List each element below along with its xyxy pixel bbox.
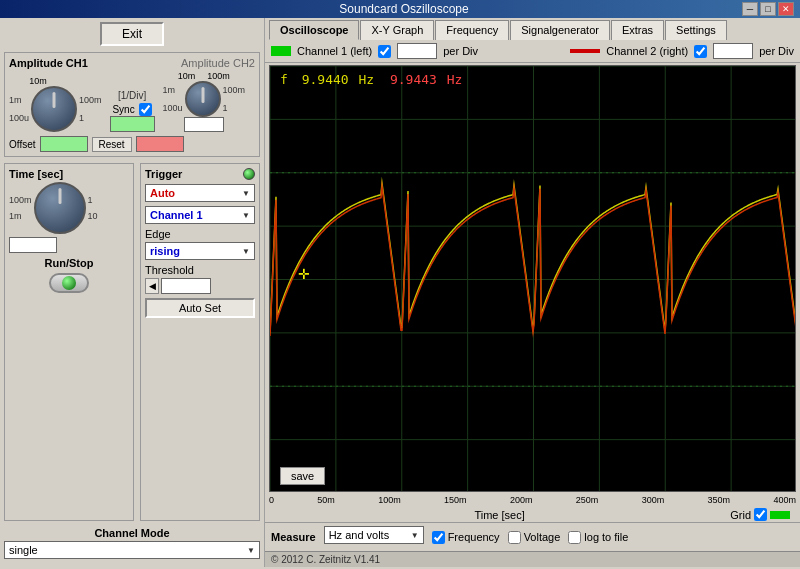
- ch2-checkbox[interactable]: [694, 45, 707, 58]
- freq-f-label: f: [280, 72, 288, 87]
- save-button[interactable]: save: [280, 467, 325, 485]
- ch2-color-indicator: [570, 49, 600, 53]
- auto-set-button[interactable]: Auto Set: [145, 298, 255, 318]
- ch2-knob-top-right: 100m: [207, 71, 230, 81]
- voltage-check-label: Voltage: [524, 531, 561, 543]
- ch1-label: Channel 1 (left): [297, 45, 372, 57]
- time-label-row: Time [sec] Grid: [265, 508, 800, 522]
- ch1-knob-top-left: 10m: [29, 76, 47, 86]
- freq-hz2: Hz: [447, 72, 463, 87]
- ch2-amplitude-label: Amplitude CH2: [181, 57, 255, 69]
- measure-bar: Measure Hz and volts ▼ Frequency Voltage…: [265, 522, 800, 551]
- app-title: Soundcard Oszilloscope: [66, 2, 742, 16]
- log-checkbox[interactable]: [568, 531, 581, 544]
- grid-checkbox[interactable]: [754, 508, 767, 521]
- tab-oscilloscope[interactable]: Oscilloscope: [269, 20, 359, 40]
- ch1-amplitude-knob[interactable]: [31, 86, 77, 132]
- ch2-knob-left: 1m 100u: [163, 85, 183, 113]
- sync-label: Sync: [112, 104, 134, 115]
- time-knob-labels-left: 100m 1m: [9, 195, 32, 221]
- reset-button[interactable]: Reset: [92, 137, 132, 152]
- ch2-perdiv-label: per Div: [759, 45, 794, 57]
- time-input[interactable]: 400m: [9, 237, 57, 253]
- trigger-mode-arrow: ▼: [242, 189, 250, 198]
- ch2-knob-group: 10m 100m 1m 100u 100m 1: [163, 71, 246, 132]
- amplitude-section: Amplitude CH1 Amplitude CH2 10m 1m 100u: [4, 52, 260, 157]
- ch1-knob-right: 100m 1: [79, 95, 102, 123]
- channel-bar: Channel 1 (left) 150m per Div Channel 2 …: [265, 40, 800, 63]
- channel-mode-dropdown[interactable]: single ▼: [4, 541, 260, 559]
- trigger-channel-dropdown[interactable]: Channel 1 ▼: [145, 206, 255, 224]
- edge-arrow: ▼: [242, 247, 250, 256]
- minimize-button[interactable]: ─: [742, 2, 758, 16]
- channel-mode-value: single: [9, 544, 38, 556]
- threshold-label: Threshold: [145, 264, 255, 276]
- run-stop-indicator: [62, 276, 76, 290]
- tab-extras[interactable]: Extras: [611, 20, 664, 40]
- left-panel: Exit Amplitude CH1 Amplitude CH2 10m 1m …: [0, 18, 265, 567]
- exit-button[interactable]: Exit: [100, 22, 164, 46]
- measure-dropdown[interactable]: Hz and volts ▼: [324, 526, 424, 544]
- time-knob[interactable]: [34, 182, 86, 234]
- trigger-section: Trigger Auto ▼ Channel 1 ▼ Edge rising ▼…: [140, 163, 260, 521]
- measure-label: Measure: [271, 531, 316, 543]
- right-panel: Oscilloscope X-Y Graph Frequency Signalg…: [265, 18, 800, 567]
- offset1-input[interactable]: 0.000: [40, 136, 88, 152]
- copyright-text: © 2012 C. Zeitnitz V1.41: [271, 554, 380, 565]
- grid-label: Grid: [730, 509, 751, 521]
- measure-value: Hz and volts: [329, 529, 390, 541]
- crosshair-marker: ✛: [298, 266, 310, 282]
- voltage-checkbox[interactable]: [508, 531, 521, 544]
- copyright-bar: © 2012 C. Zeitnitz V1.41: [265, 551, 800, 567]
- frequency-checkbox[interactable]: [432, 531, 445, 544]
- ch1-knob-group: 10m 1m 100u 100m 1: [9, 76, 102, 132]
- title-bar: Soundcard Oszilloscope ─ □ ✕: [0, 0, 800, 18]
- time-axis-ticks: 0 50m 100m 150m 200m 250m 300m 350m 400m: [269, 495, 796, 505]
- tab-signalgenerator[interactable]: Signalgenerator: [510, 20, 610, 40]
- tab-frequency[interactable]: Frequency: [435, 20, 509, 40]
- edge-dropdown[interactable]: rising ▼: [145, 242, 255, 260]
- window-controls: ─ □ ✕: [742, 2, 794, 16]
- voltage-check-row: Voltage: [508, 531, 561, 544]
- freq-val1: 9.9440: [302, 72, 349, 87]
- ch1-checkbox[interactable]: [378, 45, 391, 58]
- trigger-mode-dropdown[interactable]: Auto ▼: [145, 184, 255, 202]
- maximize-button[interactable]: □: [760, 2, 776, 16]
- trigger-led: [243, 168, 255, 180]
- freq-hz1: Hz: [358, 72, 374, 87]
- ch2-per-div-input[interactable]: 150m: [184, 117, 224, 132]
- time-knob-labels-right: 1 10: [88, 195, 98, 221]
- trigger-channel-value: Channel 1: [150, 209, 203, 221]
- div-label: [1/Div]: [118, 90, 146, 101]
- threshold-spin-down[interactable]: ◀: [145, 278, 159, 294]
- oscilloscope-display: f 9.9440 Hz 9.9443 Hz ✛ save: [269, 65, 796, 492]
- ch1-color-indicator: [271, 46, 291, 56]
- ch2-knob-right: 100m 1: [223, 85, 246, 113]
- time-axis-bar: 0 50m 100m 150m 200m 250m 300m 350m 400m: [265, 494, 800, 508]
- tab-xy-graph[interactable]: X-Y Graph: [360, 20, 434, 40]
- ch1-per-div-input[interactable]: 150m: [110, 116, 155, 132]
- sync-checkbox[interactable]: [139, 103, 152, 116]
- ch1-perdiv-input[interactable]: 150m: [397, 43, 437, 59]
- frequency-check-row: Frequency: [432, 531, 500, 544]
- run-stop-label: Run/Stop: [45, 257, 94, 269]
- trigger-title: Trigger: [145, 168, 182, 180]
- ch1-perdiv-label: per Div: [443, 45, 478, 57]
- close-button[interactable]: ✕: [778, 2, 794, 16]
- threshold-input[interactable]: 0.01: [161, 278, 211, 294]
- grid-color-indicator: [770, 511, 790, 519]
- offset2-input[interactable]: 0.000: [136, 136, 184, 152]
- ch1-knob-left: 1m 100u: [9, 95, 29, 123]
- ch2-perdiv-input[interactable]: 150m: [713, 43, 753, 59]
- edge-label: Edge: [145, 228, 255, 240]
- offset-section: Offset 0.000 Reset 0.000: [9, 136, 255, 152]
- ch1-amplitude-label: Amplitude CH1: [9, 57, 88, 69]
- edge-value: rising: [150, 245, 180, 257]
- oscilloscope-canvas: [270, 66, 796, 492]
- run-stop-button[interactable]: [49, 273, 89, 293]
- ch2-amplitude-knob[interactable]: [185, 81, 221, 117]
- log-check-label: log to file: [584, 531, 628, 543]
- trigger-mode-value: Auto: [150, 187, 175, 199]
- offset-label: Offset: [9, 139, 36, 150]
- tab-settings[interactable]: Settings: [665, 20, 727, 40]
